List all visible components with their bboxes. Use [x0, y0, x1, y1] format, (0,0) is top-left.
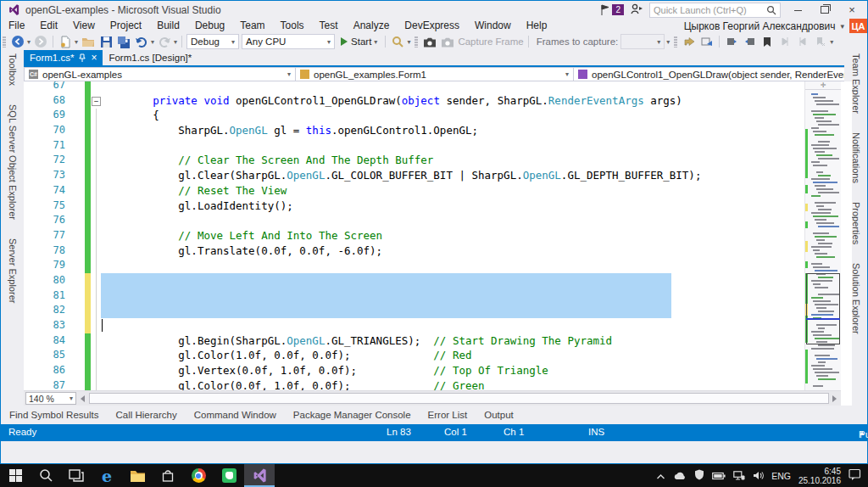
menu-tools[interactable]: Tools — [273, 19, 312, 33]
solution-platform-combobox[interactable]: Any CPU▾ — [242, 34, 335, 49]
code-editor[interactable]: 6768− private void openGLControl1_OpenGL… — [24, 81, 852, 406]
open-file-icon[interactable] — [81, 34, 96, 49]
screenshot-camera-icon[interactable] — [422, 34, 437, 49]
minimap-scrollbar[interactable]: ✛ — [804, 81, 841, 391]
menu-project[interactable]: Project — [103, 19, 149, 33]
toolbar-overflow-dropdown[interactable]: ▾ — [666, 38, 670, 46]
step-backward-icon[interactable] — [682, 34, 697, 49]
menu-window[interactable]: Window — [467, 19, 519, 33]
start-debugging-button[interactable]: Start ▾ — [337, 36, 381, 47]
next-frame-icon[interactable] — [742, 34, 757, 49]
bookmark-icon[interactable] — [760, 34, 775, 49]
find-in-files-icon[interactable] — [390, 34, 405, 49]
left-panel-sql-server-object-explorer[interactable]: SQL Server Object Explorer — [8, 104, 18, 220]
code-line-69[interactable]: 69 { — [24, 108, 805, 123]
task-view-icon[interactable] — [61, 464, 92, 487]
left-panel-toolbox[interactable]: Toolbox — [8, 53, 18, 86]
scroll-left-arrow[interactable] — [81, 395, 85, 402]
code-line-81[interactable]: 81 gl.Rotate(axis_rotate_Y, 0.0f, 1.0f, … — [24, 288, 805, 304]
toolbar-grip[interactable] — [415, 36, 418, 48]
right-panel-team-explorer[interactable]: Team Explorer — [851, 53, 861, 114]
code-line-84[interactable]: 84 gl.Begin(SharpGL.OpenGL.GL_TRIANGLES)… — [24, 333, 805, 349]
bottom-tab-command-window[interactable]: Command Window — [186, 410, 285, 420]
redo-dropdown[interactable]: ▾ — [174, 38, 177, 46]
scrollbar-thumb[interactable] — [89, 393, 829, 404]
scroll-right-arrow[interactable] — [832, 395, 837, 402]
code-line-74[interactable]: 74 // Reset The View — [24, 183, 805, 199]
horizontal-scrollbar[interactable]: 140 %▾ — [24, 390, 841, 406]
project-dropdown[interactable]: C# openGL-examples ▾ — [25, 68, 296, 81]
code-line-73[interactable]: 73 gl.Clear(SharpGL.OpenGL.GL_COLOR_BUFF… — [24, 168, 805, 183]
right-panel-solution-explorer[interactable]: Solution Explorer — [851, 263, 861, 334]
signed-in-user[interactable]: Цырков Георгий Александрович — [684, 20, 836, 32]
undo-icon[interactable] — [134, 34, 149, 49]
code-line-71[interactable]: 71 — [24, 138, 805, 154]
code-line-70[interactable]: 70 SharpGL.OpenGL gl = this.openGLContro… — [24, 123, 805, 138]
bottom-tab-error-list[interactable]: Error List — [420, 410, 476, 420]
menu-devexpress[interactable]: DevExpress — [397, 19, 467, 33]
right-panel-notifications[interactable]: Notifications — [851, 132, 861, 183]
taskbar-search-icon[interactable] — [31, 464, 61, 487]
menu-file[interactable]: File — [1, 19, 32, 33]
store-icon[interactable] — [153, 464, 183, 487]
frames-to-capture-combobox[interactable]: ▾ — [620, 34, 665, 49]
user-avatar[interactable]: ЦА — [849, 19, 867, 33]
code-line-75[interactable]: 75 gl.LoadIdentity(); — [24, 199, 805, 214]
code-line-76[interactable]: 76 — [24, 213, 805, 228]
minimap-viewport[interactable] — [806, 273, 840, 344]
edge-icon[interactable]: e — [92, 464, 122, 487]
user-dropdown-caret-icon[interactable]: ▾ — [840, 22, 844, 31]
code-line-78[interactable]: 78 gl.Translate(0.0f, 0.0f, -6.0f); — [24, 244, 805, 259]
menu-build[interactable]: Build — [149, 19, 187, 33]
quick-launch-input[interactable]: Quick Launch (Ctrl+Q) — [649, 3, 781, 18]
menu-team[interactable]: Team — [232, 19, 272, 33]
bottom-tab-find-symbol-results[interactable]: Find Symbol Results — [1, 410, 107, 420]
undo-dropdown[interactable]: ▾ — [151, 38, 154, 46]
editor-zoom-combobox[interactable]: 140 %▾ — [25, 392, 76, 405]
bottom-tab-output[interactable]: Output — [476, 410, 522, 420]
start-icon[interactable] — [0, 464, 31, 487]
code-line-79[interactable]: 79 — [24, 258, 805, 273]
code-line-86[interactable]: 86 gl.Vertex(0.0f, 1.0f, 0.0f); // Top O… — [24, 363, 805, 378]
tab-form1-cs[interactable]: Form1.cs* × — [24, 50, 103, 65]
code-line-85[interactable]: 85 gl.Color(1.0f, 0.0f, 0.0f); // Red — [24, 348, 805, 363]
member-dropdown[interactable]: openGLControl1_OpenGLDraw(object sender,… — [574, 68, 851, 81]
menu-help[interactable]: Help — [519, 19, 555, 33]
navigate-back-icon[interactable] — [10, 34, 25, 49]
menu-debug[interactable]: Debug — [187, 19, 232, 33]
redo-icon[interactable] — [157, 34, 172, 49]
close-button[interactable]: × — [842, 3, 862, 17]
evernote-icon[interactable] — [214, 464, 244, 487]
code-line-67[interactable]: 67 — [24, 81, 805, 93]
right-panel-properties[interactable]: Properties — [851, 202, 861, 244]
navigate-back-dropdown[interactable]: ▾ — [27, 38, 31, 46]
new-project-icon[interactable] — [58, 34, 73, 49]
chrome-icon[interactable] — [183, 464, 214, 487]
battery-icon[interactable] — [712, 468, 726, 484]
new-project-dropdown[interactable]: ▾ — [75, 38, 78, 46]
feedback-icon[interactable] — [631, 3, 643, 18]
menu-view[interactable]: View — [65, 19, 103, 33]
tray-chevron-up-icon[interactable] — [656, 468, 665, 484]
restore-button[interactable] — [815, 3, 835, 17]
toolbar-overflow-dropdown[interactable]: ▾ — [830, 38, 833, 46]
type-dropdown[interactable]: openGL_examples.Form1 ▾ — [296, 68, 574, 81]
file-explorer-icon[interactable] — [122, 464, 153, 487]
save-icon[interactable] — [98, 34, 114, 49]
menu-analyze[interactable]: Analyze — [346, 19, 398, 33]
minimize-button[interactable] — [787, 3, 808, 17]
network-icon[interactable] — [733, 468, 745, 484]
pin-icon[interactable] — [79, 53, 86, 62]
solution-configuration-combobox[interactable]: Debug▾ — [186, 34, 239, 49]
navigate-forward-icon[interactable] — [33, 34, 48, 49]
toolbar-overflow-dropdown[interactable]: ▾ — [407, 38, 410, 46]
defender-shield-icon[interactable] — [694, 468, 704, 484]
toolbar-grip[interactable] — [674, 36, 677, 48]
splitter-grip[interactable]: ✛ — [805, 81, 841, 90]
fold-margin[interactable]: − — [91, 93, 102, 109]
menu-edit[interactable]: Edit — [32, 19, 65, 33]
code-line-83[interactable]: 83 — [24, 318, 805, 333]
code-line-68[interactable]: 68− private void openGLControl1_OpenGLDr… — [24, 93, 805, 109]
menu-test[interactable]: Test — [312, 19, 346, 33]
volume-icon[interactable] — [753, 468, 764, 484]
